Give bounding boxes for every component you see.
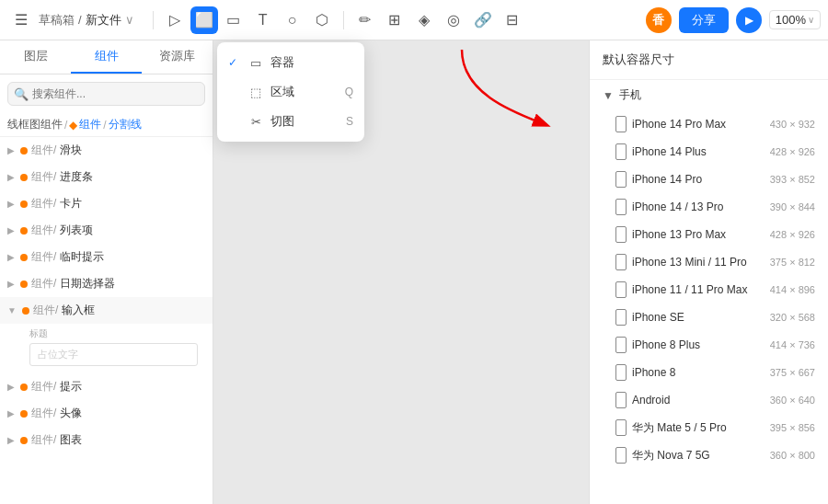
- play-icon: ▶: [745, 14, 753, 27]
- device-item[interactable]: iPhone 8 375 × 667: [590, 359, 828, 386]
- sidebar-item-chart[interactable]: ▶ 组件/ 图表: [0, 427, 213, 453]
- dropdown-item-region[interactable]: ⬚ 区域 Q: [217, 77, 364, 107]
- section-phone-label: 手机: [619, 87, 641, 103]
- device-name: 华为 Nova 7 5G: [632, 448, 765, 464]
- tool-pen[interactable]: ✏: [351, 6, 379, 34]
- toolbar-tools: ▷ ⬜ ▭ T ○ ⬡: [161, 6, 336, 34]
- device-name: iPhone 14 / 13 Pro: [632, 200, 765, 213]
- device-phone-icon: [615, 143, 627, 160]
- component-dot-icon: [20, 227, 28, 235]
- device-item[interactable]: Android 360 × 640: [590, 386, 828, 414]
- search-input[interactable]: [7, 82, 205, 106]
- dropdown-item-slice[interactable]: ✂ 切图 S: [217, 107, 364, 136]
- device-phone-icon: [615, 392, 627, 408]
- toolbar-divider-1: [153, 11, 154, 29]
- device-phone-icon: [615, 364, 627, 381]
- device-item[interactable]: iPhone 14 Plus 428 × 926: [590, 138, 828, 166]
- tool-frame[interactable]: ⬜: [190, 6, 218, 34]
- device-size: 360 × 640: [770, 395, 815, 406]
- device-phone-icon: [615, 419, 627, 436]
- device-phone-icon: [615, 337, 627, 353]
- device-phone-icon: [615, 116, 627, 132]
- share-button[interactable]: 分享: [679, 7, 729, 33]
- section-phone[interactable]: ▼ 手机: [590, 80, 828, 110]
- tool-text[interactable]: T: [249, 6, 277, 34]
- tab-layers[interactable]: 图层: [0, 40, 71, 74]
- dropdown-item-container[interactable]: ✓ ▭ 容器: [217, 48, 364, 77]
- search-icon: 🔍: [14, 87, 29, 101]
- device-item[interactable]: iPhone 14 Pro Max 430 × 932: [590, 110, 828, 138]
- sidebar-item-toast[interactable]: ▶ 组件/ 临时提示: [0, 244, 213, 270]
- toolbar-left: ☰ 草稿箱 / 新文件 ∨ ▷ ⬜ ▭ T ○ ⬡ ✏ ⊞ ◈ ◎ 🔗 ⊟: [7, 6, 526, 34]
- toolbar-divider-2: [343, 11, 344, 29]
- input-preview: 标题 占位文字: [29, 327, 198, 366]
- tool-polygon[interactable]: ⬡: [308, 6, 336, 34]
- main-layout: 图层 组件 资源库 🔍 线框图组件 / ◆ 组件 / 分割线 ▶ 组件/ 滑块: [0, 40, 828, 504]
- slice-shortcut: S: [346, 115, 353, 128]
- component-dot-icon: [20, 410, 28, 418]
- device-name: iPhone 13 Pro Max: [632, 228, 765, 241]
- input-preview-field: 占位文字: [29, 343, 198, 366]
- component-dot-icon: [20, 147, 28, 155]
- sidebar-tabs: 图层 组件 资源库: [0, 40, 213, 74]
- device-item[interactable]: iPhone 8 Plus 414 × 736: [590, 331, 828, 359]
- device-name: 华为 Mate 5 / 5 Pro: [632, 420, 765, 436]
- device-phone-icon: [615, 281, 627, 298]
- container-label: 容器: [270, 54, 294, 71]
- sidebar-item-tip[interactable]: ▶ 组件/ 提示: [0, 373, 213, 400]
- tool-ellipse[interactable]: ○: [279, 6, 306, 34]
- device-item[interactable]: iPhone SE 320 × 568: [590, 304, 828, 331]
- sidebar-item-listitem[interactable]: ▶ 组件/ 列表项: [0, 217, 213, 244]
- panel-title: 默认容器尺寸: [590, 40, 828, 80]
- device-item[interactable]: iPhone 13 Mini / 11 Pro 375 × 812: [590, 248, 828, 276]
- device-item[interactable]: 华为 Mate 5 / 5 Pro 395 × 856: [590, 414, 828, 441]
- device-item[interactable]: 华为 Nova 7 5G 360 × 800: [590, 441, 828, 469]
- device-item[interactable]: iPhone 14 Pro 393 × 852: [590, 166, 828, 193]
- device-item[interactable]: iPhone 14 / 13 Pro 390 × 844: [590, 193, 828, 221]
- device-size: 414 × 736: [770, 339, 815, 350]
- zoom-selector[interactable]: 100% ∨: [769, 10, 821, 29]
- sidebar: 图层 组件 资源库 🔍 线框图组件 / ◆ 组件 / 分割线 ▶ 组件/ 滑块: [0, 40, 213, 504]
- sidebar-item-card[interactable]: ▶ 组件/ 卡片: [0, 190, 213, 217]
- tab-components[interactable]: 组件: [71, 40, 142, 74]
- device-phone-icon: [615, 254, 627, 270]
- play-button[interactable]: ▶: [736, 7, 762, 33]
- tool-component[interactable]: ◈: [410, 6, 438, 34]
- sidebar-item-avatar[interactable]: ▶ 组件/ 头像: [0, 400, 213, 427]
- device-item[interactable]: iPhone 13 Pro Max 428 × 926: [590, 221, 828, 248]
- hamburger-button[interactable]: ☰: [7, 6, 35, 34]
- breadcrumb-parent: 草稿箱: [39, 12, 75, 29]
- canvas[interactable]: ✓ ▭ 容器 ⬚ 区域 Q ✂ 切图 S: [213, 40, 589, 504]
- tab-assets[interactable]: 资源库: [142, 40, 213, 74]
- sidebar-breadcrumb: 线框图组件 / ◆ 组件 / 分割线: [0, 113, 213, 137]
- breadcrumb-separator: /: [78, 13, 82, 27]
- tool-crop[interactable]: ⊟: [499, 6, 526, 34]
- breadcrumb-prefix: 线框图组件: [7, 117, 63, 132]
- tool-move[interactable]: ▷: [161, 6, 189, 34]
- tool-eye[interactable]: ◎: [440, 6, 467, 34]
- toolbar: ☰ 草稿箱 / 新文件 ∨ ▷ ⬜ ▭ T ○ ⬡ ✏ ⊞ ◈ ◎ 🔗 ⊟ 香 …: [0, 0, 828, 40]
- check-icon: ✓: [228, 56, 241, 69]
- share-label: 分享: [692, 12, 716, 29]
- sidebar-item-progress[interactable]: ▶ 组件/ 进度条: [0, 164, 213, 190]
- dropdown-menu: ✓ ▭ 容器 ⬚ 区域 Q ✂ 切图 S: [217, 42, 364, 142]
- device-name: iPhone 8: [632, 366, 765, 379]
- device-item[interactable]: iPhone 11 / 11 Pro Max 414 × 896: [590, 276, 828, 304]
- input-preview-label: 标题: [29, 327, 198, 340]
- device-name: iPhone SE: [632, 311, 765, 324]
- red-arrow: [427, 40, 611, 151]
- tool-shape[interactable]: ▭: [220, 6, 247, 34]
- region-icon: ⬚: [248, 86, 263, 99]
- device-size: 414 × 896: [770, 284, 815, 295]
- avatar: 香: [646, 7, 672, 33]
- tool-image[interactable]: ⊞: [381, 6, 408, 34]
- breadcrumb-part2: 分割线: [109, 117, 142, 132]
- breadcrumb-chevron[interactable]: ∨: [125, 13, 134, 27]
- device-size: 320 × 568: [770, 312, 815, 323]
- device-name: iPhone 11 / 11 Pro Max: [632, 283, 765, 296]
- toolbar-right: 香 分享 ▶ 100% ∨: [646, 7, 821, 33]
- tool-link[interactable]: 🔗: [469, 6, 497, 34]
- sidebar-item-datepicker[interactable]: ▶ 组件/ 日期选择器: [0, 270, 213, 297]
- sidebar-item-slider[interactable]: ▶ 组件/ 滑块: [0, 137, 213, 164]
- sidebar-item-input[interactable]: ▼ 组件/ 输入框: [0, 297, 213, 324]
